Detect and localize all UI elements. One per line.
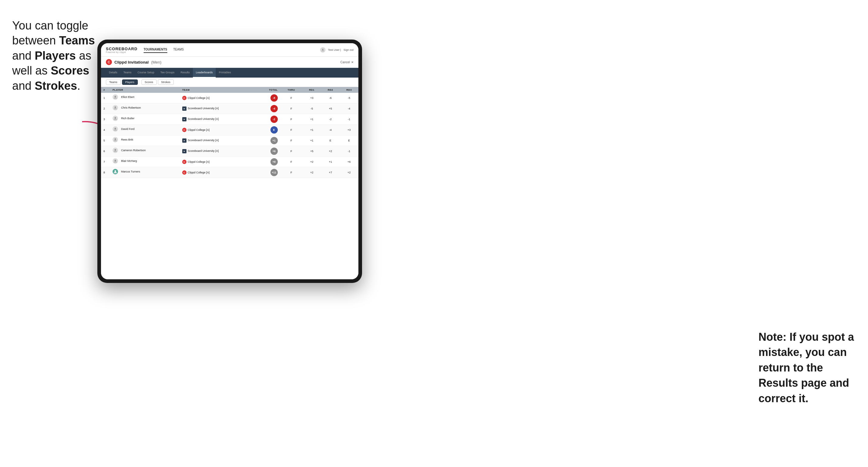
col-rd1: RD1: [302, 87, 321, 93]
cell-rd3: E: [340, 135, 359, 146]
user-avatar: [320, 47, 326, 53]
player-name: Elliot Ebert: [121, 96, 134, 99]
table-row: 8Marcus TurnersCClippd College [A]+11F+2…: [101, 167, 359, 178]
col-team: TEAM: [180, 87, 255, 93]
logo-text: SCOREBOARD: [106, 46, 137, 51]
cell-total: +1: [255, 135, 280, 146]
tab-details[interactable]: Details: [106, 68, 121, 77]
svg-point-5: [114, 128, 116, 129]
cell-team: CClippd College [A]: [180, 93, 255, 103]
players-table: # PLAYER TEAM TOTAL THRU RD1 RD2 RD3 1El…: [101, 87, 359, 178]
player-avatar: [113, 148, 118, 153]
cell-total: +8: [255, 157, 280, 167]
score-badge: -8: [271, 94, 278, 102]
cell-team: ■Scoreboard University [A]: [180, 146, 255, 157]
team-name: Scoreboard University [A]: [188, 149, 219, 152]
cell-rd3: +3: [340, 125, 359, 135]
cell-player: David Ford: [110, 125, 180, 133]
scoreboard-logo: ■: [182, 149, 186, 153]
cell-rd1: +2: [302, 167, 321, 178]
team-name: Clippd College [A]: [188, 128, 210, 131]
players-bold: Players: [35, 49, 76, 62]
cell-player: Rees Britt: [110, 135, 180, 144]
player-avatar: [113, 137, 118, 143]
clippd-logo: C: [182, 160, 186, 164]
logo-area: SCOREBOARD Powered by clippd: [106, 46, 137, 53]
score-badge: -4: [271, 105, 278, 112]
sub-nav: Details Teams Course Setup Tee Groups Re…: [101, 68, 359, 77]
teams-toggle-button[interactable]: Teams: [106, 80, 121, 85]
cell-rd1: +5: [302, 146, 321, 157]
team-name: Scoreboard University [A]: [188, 107, 219, 110]
cell-player: Chris Robertson: [110, 103, 180, 112]
cell-player: Elliot Ebert: [110, 93, 180, 101]
teams-bold: Teams: [59, 34, 95, 47]
player-name: Rich Butler: [121, 117, 134, 120]
team-name: Scoreboard University [A]: [188, 118, 219, 121]
cell-total: +6: [255, 146, 280, 157]
clippd-logo: C: [182, 170, 186, 175]
cell-total: E: [255, 125, 280, 135]
cell-rd2: +7: [321, 167, 340, 178]
tab-results[interactable]: Results: [178, 68, 193, 77]
table-row: 2Chris Robertson■Scoreboard University […: [101, 103, 359, 114]
cell-team: CClippd College [A]: [180, 157, 255, 167]
tab-teams[interactable]: Teams: [121, 68, 135, 77]
strokes-bold: Strokes: [35, 80, 77, 92]
cell-rd1: +2: [302, 157, 321, 167]
cell-total: -8: [255, 93, 280, 103]
player-name: Rees Britt: [121, 138, 133, 141]
score-badge: +1: [271, 137, 278, 144]
cell-team: ■Scoreboard University [A]: [180, 103, 255, 114]
cell-player: Rich Butler: [110, 114, 180, 123]
svg-point-8: [114, 160, 116, 161]
cell-rd1: -5: [302, 103, 321, 114]
nav-teams[interactable]: TEAMS: [174, 46, 184, 53]
nav-right: Test User | Sign out: [320, 47, 353, 53]
tab-tee-groups[interactable]: Tee Groups: [157, 68, 178, 77]
cell-rd1: +1: [302, 135, 321, 146]
cell-thru: F: [280, 103, 303, 114]
scoreboard-logo: ■: [182, 117, 186, 121]
svg-point-6: [114, 138, 116, 140]
strokes-toggle-button[interactable]: Strokes: [158, 80, 174, 85]
table-row: 4David FordCClippd College [A]EF+1-4+3: [101, 125, 359, 135]
cell-rd3: +6: [340, 157, 359, 167]
team-name: Clippd College [A]: [188, 171, 210, 174]
col-player: PLAYER: [110, 87, 180, 93]
cell-rank: 7: [101, 157, 110, 167]
table-row: 6Cameron Robertson■Scoreboard University…: [101, 146, 359, 157]
cell-rd2: -6: [321, 93, 340, 103]
player-avatar: [113, 116, 118, 121]
left-annotation: You can toggle between Teams and Players…: [12, 18, 97, 93]
cell-team: ■Scoreboard University [A]: [180, 114, 255, 125]
sign-out-link[interactable]: Sign out: [343, 49, 353, 52]
player-avatar: [113, 158, 118, 164]
scores-toggle-button[interactable]: Scores: [142, 80, 157, 85]
svg-point-7: [114, 149, 116, 151]
score-badge: +11: [271, 169, 278, 176]
logo-sub: Powered by clippd: [106, 51, 137, 53]
cell-rd1: +3: [302, 93, 321, 103]
cell-rd3: -4: [340, 103, 359, 114]
table-row: 5Rees Britt■Scoreboard University [A]+1F…: [101, 135, 359, 146]
close-icon: ✕: [351, 61, 353, 64]
clippd-logo: C: [182, 96, 186, 100]
col-rank: #: [101, 87, 110, 93]
cell-rd3: -1: [340, 146, 359, 157]
nav-tournaments[interactable]: TOURNAMENTS: [144, 46, 167, 53]
col-rd2: RD2: [321, 87, 340, 93]
tab-printables[interactable]: Printables: [216, 68, 234, 77]
player-name: Cameron Robertson: [121, 149, 146, 152]
tournament-gender: (Men): [151, 60, 161, 64]
cell-rank: 3: [101, 114, 110, 125]
tab-course-setup[interactable]: Course Setup: [134, 68, 157, 77]
cell-thru: F: [280, 114, 303, 125]
players-toggle-button[interactable]: Players: [122, 80, 138, 85]
cell-rank: 6: [101, 146, 110, 157]
tournament-title: C Clippd Invitational (Men): [106, 59, 161, 65]
cancel-button[interactable]: Cancel ✕: [340, 61, 353, 64]
cell-thru: F: [280, 157, 303, 167]
tab-leaderboards[interactable]: Leaderboards: [193, 68, 216, 77]
cell-thru: F: [280, 93, 303, 103]
